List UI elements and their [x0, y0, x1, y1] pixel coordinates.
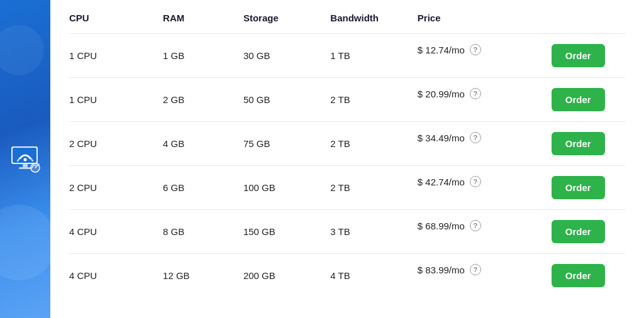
col-header-ram: RAM	[163, 13, 243, 34]
cell-ram: 2 GB	[163, 78, 243, 122]
cell-bandwidth: 3 TB	[330, 210, 417, 254]
cell-price: $ 68.99/mo?	[418, 210, 552, 241]
cell-price: $ 20.99/mo?	[418, 78, 552, 109]
cell-storage: 200 GB	[243, 254, 330, 298]
cell-ram: 4 GB	[163, 122, 243, 166]
cell-storage: 150 GB	[243, 210, 330, 254]
svg-rect-4	[19, 167, 31, 169]
price-value: $ 12.74/mo	[418, 45, 465, 55]
help-icon[interactable]: ?	[470, 264, 481, 275]
sidebar	[0, 0, 50, 318]
cell-price: $ 42.74/mo?	[418, 166, 552, 197]
cell-bandwidth: 2 TB	[330, 122, 417, 166]
price-value: $ 42.74/mo	[418, 177, 465, 187]
cell-ram: 1 GB	[163, 34, 243, 78]
cell-storage: 100 GB	[243, 166, 330, 210]
cell-price: $ 34.49/mo?	[418, 122, 552, 153]
help-icon[interactable]: ?	[470, 44, 481, 55]
price-value: $ 34.49/mo	[418, 133, 465, 143]
help-icon[interactable]: ?	[470, 220, 481, 231]
cell-cpu: 4 CPU	[69, 254, 163, 298]
cell-cpu: 2 CPU	[69, 166, 163, 210]
cell-action: Order	[552, 34, 625, 78]
help-icon[interactable]: ?	[470, 132, 481, 143]
cell-storage: 50 GB	[243, 78, 330, 122]
main-content: CPU RAM Storage Bandwidth Price 1 CPU1 G…	[50, 0, 644, 318]
table-row: 1 CPU2 GB50 GB2 TB$ 20.99/mo?Order	[69, 78, 625, 122]
cell-storage: 30 GB	[243, 34, 330, 78]
order-button-1[interactable]: Order	[552, 88, 605, 111]
cell-price: $ 83.99/mo?	[418, 254, 552, 285]
cell-action: Order	[552, 254, 625, 298]
cell-action: Order	[552, 210, 625, 254]
table-row: 1 CPU1 GB30 GB1 TB$ 12.74/mo?Order	[69, 34, 625, 78]
col-header-price: Price	[418, 13, 552, 34]
svg-rect-3	[23, 164, 28, 167]
order-button-4[interactable]: Order	[552, 220, 605, 243]
cell-ram: 6 GB	[163, 166, 243, 210]
cell-price: $ 12.74/mo?	[418, 34, 552, 65]
table-row: 2 CPU4 GB75 GB2 TB$ 34.49/mo?Order	[69, 122, 625, 166]
cell-action: Order	[552, 166, 625, 210]
price-value: $ 68.99/mo	[418, 221, 465, 231]
cell-ram: 12 GB	[163, 254, 243, 298]
cell-action: Order	[552, 122, 625, 166]
cell-bandwidth: 2 TB	[330, 78, 417, 122]
pricing-table: CPU RAM Storage Bandwidth Price 1 CPU1 G…	[69, 13, 625, 297]
col-header-storage: Storage	[243, 13, 330, 34]
cell-bandwidth: 2 TB	[330, 166, 417, 210]
table-row: 4 CPU12 GB200 GB4 TB$ 83.99/mo?Order	[69, 254, 625, 298]
wifi-satellite-icon	[8, 141, 43, 177]
cell-bandwidth: 4 TB	[330, 254, 417, 298]
table-row: 4 CPU8 GB150 GB3 TB$ 68.99/mo?Order	[69, 210, 625, 254]
help-icon[interactable]: ?	[470, 88, 481, 99]
order-button-2[interactable]: Order	[552, 132, 605, 155]
cell-cpu: 2 CPU	[69, 122, 163, 166]
cell-storage: 75 GB	[243, 122, 330, 166]
help-icon[interactable]: ?	[470, 176, 481, 187]
price-value: $ 20.99/mo	[418, 89, 465, 99]
cell-cpu: 1 CPU	[69, 34, 163, 78]
cell-cpu: 4 CPU	[69, 210, 163, 254]
cell-action: Order	[552, 78, 625, 122]
order-button-3[interactable]: Order	[552, 176, 605, 199]
price-value: $ 83.99/mo	[418, 265, 465, 275]
col-header-cpu: CPU	[69, 13, 163, 34]
table-row: 2 CPU6 GB100 GB2 TB$ 42.74/mo?Order	[69, 166, 625, 210]
cell-cpu: 1 CPU	[69, 78, 163, 122]
col-header-action	[552, 13, 625, 34]
svg-point-2	[24, 158, 27, 162]
col-header-bandwidth: Bandwidth	[330, 13, 417, 34]
order-button-0[interactable]: Order	[552, 44, 605, 67]
cell-ram: 8 GB	[163, 210, 243, 254]
order-button-5[interactable]: Order	[552, 264, 605, 287]
cell-bandwidth: 1 TB	[330, 34, 417, 78]
